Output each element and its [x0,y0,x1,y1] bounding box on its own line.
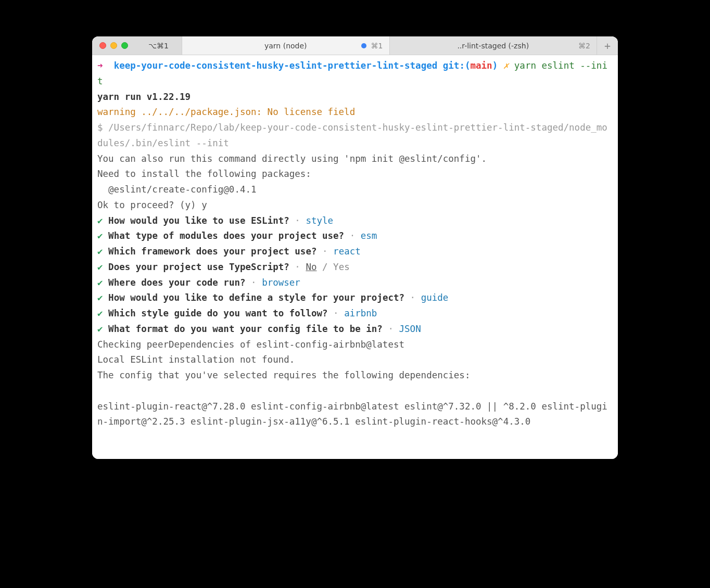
check-icon: ✔ [97,262,103,272]
eslint-question-line: ✔ What format do you want your config fi… [97,322,613,337]
separator: · [295,262,300,272]
tab-label: ..r-lint-staged (-zsh) [457,42,529,50]
eslint-question-line: ✔ Which style guide do you want to follo… [97,306,613,322]
answer-no: No [306,262,316,272]
check-icon: ✔ [97,231,103,241]
output-line: warning ../../../package.json: No licens… [97,107,355,117]
check-icon: ✔ [97,277,103,288]
output-line: You can also run this command directly u… [97,154,487,164]
question-text: Where does your code run? [108,277,245,288]
activity-indicator-icon [361,43,366,48]
prompt-arrow-icon: ➜ [97,60,103,71]
question-text: Which framework does your project use? [108,246,316,257]
separator: · [295,215,300,226]
tab-shortcut: ⌘1 [371,42,383,50]
eslint-question-line: ✔ Where does your code run? · browser [97,275,613,291]
output-line: yarn run v1.22.19 [97,92,191,102]
prompt-cwd: keep-your-code-consistent-husky-eslint-p… [114,60,438,71]
tab-yarn[interactable]: yarn (node) ⌘1 [182,36,390,55]
question-text: How would you like to use ESLint? [108,215,289,226]
output-line: The config that you've selected requires… [97,368,613,384]
answer-text: airbnb [344,308,377,318]
git-paren-close: ) [492,60,498,71]
check-icon: ✔ [97,324,103,334]
terminal-body[interactable]: ➜ keep-your-code-consistent-husky-eslint… [92,55,618,459]
new-tab-button[interactable]: + [597,36,618,55]
separator: · [350,231,356,241]
eslint-question-line: ✔ Which framework does your project use?… [97,244,613,260]
question-text: What format do you want your config file… [108,324,383,334]
terminal-window: ⌥⌘1 yarn (node) ⌘1 ..r-lint-staged (-zsh… [92,36,618,459]
answer-text: browser [262,277,300,288]
output-line: Need to install the following packages: [97,169,311,179]
titlebar: ⌥⌘1 yarn (node) ⌘1 ..r-lint-staged (-zsh… [92,36,618,55]
eslint-question-line: ✔ How would you like to use ESLint? · st… [97,213,613,229]
eslint-question-line: ✔ How would you like to define a style f… [97,290,613,306]
answer-text: style [306,215,333,226]
answer-text: react [333,246,361,257]
plus-icon: + [604,40,611,52]
eslint-question-line: ✔ What type of modules does your project… [97,228,613,244]
output-line: $ /Users/finnarc/Repo/lab/keep-your-code… [97,122,607,148]
separator: · [322,246,328,257]
tab-shortcut: ⌘2 [578,42,590,50]
question-text: How would you like to define a style for… [108,292,404,303]
git-dirty-icon: ✗ [503,60,509,71]
output-line: Ok to proceed? (y) y [97,200,207,210]
git-branch: main [470,60,492,71]
check-icon: ✔ [97,308,103,318]
question-text: Which style guide do you want to follow? [108,308,327,318]
answer-yes: / Yes [317,262,350,272]
tab-shortcut-label: ⌥⌘1 [148,42,169,50]
answer-text: guide [421,292,449,303]
check-icon: ✔ [97,246,103,257]
output-line: @eslint/create-config@0.4.1 [97,184,257,195]
close-icon[interactable] [99,42,106,49]
maximize-icon[interactable] [121,42,128,49]
minimize-icon[interactable] [110,42,117,49]
eslint-questions: ✔ How would you like to use ESLint? · st… [97,213,613,337]
tab-shortcut-indicator[interactable]: ⌥⌘1 [135,36,182,55]
separator: · [388,324,394,334]
output-line: Checking peerDependencies of eslint-conf… [97,337,613,353]
separator: · [333,308,339,318]
separator: · [251,277,257,288]
output-line: eslint-plugin-react@^7.28.0 eslint-confi… [97,399,613,430]
question-text: What type of modules does your project u… [108,231,344,241]
tab-zsh[interactable]: ..r-lint-staged (-zsh) ⌘2 [390,36,598,55]
window-controls [92,36,135,55]
check-icon: ✔ [97,292,103,303]
output-tail: Checking peerDependencies of eslint-conf… [97,337,613,430]
separator: · [410,292,416,303]
check-icon: ✔ [97,215,103,226]
git-label: git:( [443,60,471,71]
output-line [97,384,613,399]
answer-text: JSON [399,324,421,334]
answer-text: esm [361,231,377,241]
output-line: Local ESLint installation not found. [97,352,613,368]
question-text: Does your project use TypeScript? [108,262,289,272]
tab-label: yarn (node) [264,42,307,50]
eslint-question-line: ✔ Does your project use TypeScript? · No… [97,260,613,275]
